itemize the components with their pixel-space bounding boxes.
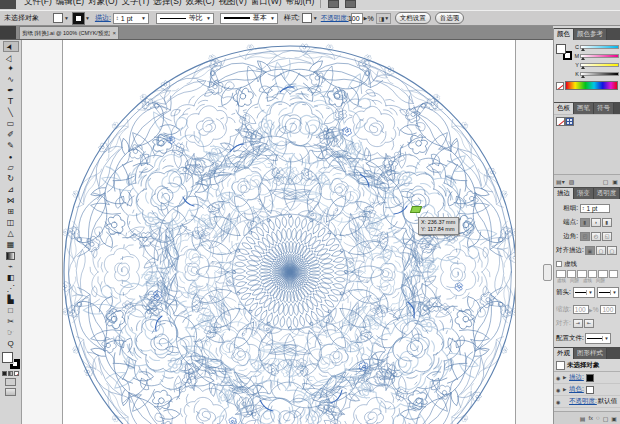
tab-stroke[interactable]: 描边 bbox=[554, 188, 574, 199]
magenta-slider[interactable] bbox=[580, 54, 619, 58]
delete-swatch-icon[interactable]: ▣ bbox=[612, 178, 618, 185]
appearance-opacity-row[interactable]: ◉ ▶ 不透明度: 默认值 bbox=[554, 396, 620, 408]
opacity-field[interactable]: 100 bbox=[351, 13, 363, 24]
symbol-sprayer-tool[interactable]: ⋰ bbox=[3, 283, 19, 294]
cyan-slider[interactable] bbox=[580, 45, 619, 49]
eraser-tool[interactable]: ▱ bbox=[3, 162, 19, 173]
yellow-slider[interactable] bbox=[580, 63, 619, 67]
canvas-area[interactable]: X: 236.37 mm Y: 117.84 mm bbox=[22, 40, 553, 424]
lasso-tool[interactable]: ∿ bbox=[3, 74, 19, 85]
gradient-mode-button[interactable] bbox=[8, 371, 13, 376]
align-inside-button[interactable]: ▢ bbox=[596, 246, 606, 255]
scale-tool[interactable]: ⊿ bbox=[3, 184, 19, 195]
artboard-tool[interactable]: □ bbox=[3, 305, 19, 316]
arrowhead-start-dropdown[interactable]: ▼ bbox=[573, 287, 595, 298]
preferences-button[interactable]: 首选项 bbox=[435, 12, 465, 24]
menu-file[interactable]: 文件(F) bbox=[24, 0, 52, 8]
clear-appearance-icon[interactable]: ◌ bbox=[596, 415, 600, 421]
dash-field-1[interactable] bbox=[556, 270, 566, 278]
fill-stroke-indicator[interactable] bbox=[2, 352, 20, 369]
tab-graphic-styles[interactable]: 图形样式 bbox=[574, 348, 607, 359]
pencil-tool[interactable]: ✎ bbox=[3, 140, 19, 151]
tab-color-guide[interactable]: 颜色参考 bbox=[574, 29, 607, 40]
width-tool[interactable]: ⋈ bbox=[3, 195, 19, 206]
selection-tool[interactable]: ➤ bbox=[3, 41, 19, 52]
miter-join-button[interactable]: ◰ bbox=[580, 232, 590, 241]
fill-visibility-eye-icon[interactable]: ◉ bbox=[556, 387, 563, 393]
line-segment-tool[interactable]: ╲ bbox=[3, 107, 19, 118]
swatch-libraries-icon[interactable]: ▤▾ bbox=[556, 178, 565, 185]
align-outside-button[interactable]: ▢ bbox=[607, 246, 617, 255]
none-color-swatch[interactable] bbox=[556, 82, 564, 90]
drawing-mode-button[interactable] bbox=[5, 378, 16, 386]
delete-item-icon[interactable]: ▣ bbox=[611, 415, 617, 422]
dashed-line-checkbox[interactable] bbox=[556, 261, 562, 267]
menu-type[interactable]: 文字(T) bbox=[121, 0, 149, 8]
align-center-button[interactable]: ▣ bbox=[585, 246, 595, 255]
hand-tool[interactable]: ☞ bbox=[3, 327, 19, 338]
mesh-tool[interactable]: ▦ bbox=[3, 239, 19, 250]
butt-cap-button[interactable]: ▮ bbox=[580, 218, 590, 227]
slice-tool[interactable]: ✂ bbox=[3, 316, 19, 327]
appearance-stroke-label[interactable]: 描边: bbox=[569, 373, 584, 382]
appearance-stroke-row[interactable]: ◉ ▶ 描边: bbox=[554, 372, 620, 384]
color-mode-button[interactable] bbox=[2, 371, 7, 376]
screen-mode-button[interactable] bbox=[5, 388, 16, 396]
appearance-fill-row[interactable]: ◉ ▶ 填色: bbox=[554, 384, 620, 396]
perspective-grid-tool[interactable]: △ bbox=[3, 228, 19, 239]
opacity-panel-link[interactable]: 不透明度: bbox=[321, 14, 349, 23]
new-effect-icon[interactable]: fx bbox=[588, 415, 593, 421]
stepper-arrows-icon[interactable]: ↕ bbox=[116, 15, 119, 21]
select-similar-dropdown[interactable]: ◨▼ bbox=[376, 13, 391, 24]
dash-field-3[interactable] bbox=[598, 270, 608, 278]
bevel-join-button[interactable]: ◱ bbox=[602, 232, 612, 241]
blend-tool[interactable]: ◧ bbox=[3, 272, 19, 283]
tab-appearance[interactable]: 外观 bbox=[554, 348, 574, 359]
opacity-visibility-eye-icon[interactable]: ◉ bbox=[556, 399, 563, 405]
menu-object[interactable]: 对象(O) bbox=[88, 0, 117, 8]
dock-collapse-grip[interactable] bbox=[543, 264, 552, 281]
document-tab[interactable]: 剪纸 [转换].ai @ 100% (CMYK/预览) × bbox=[19, 26, 119, 39]
menu-select[interactable]: 选择(S) bbox=[153, 0, 181, 8]
tab-transparency[interactable]: 透明度 bbox=[594, 188, 620, 199]
style-dropdown[interactable]: ▼ bbox=[302, 13, 318, 23]
appearance-stroke-swatch[interactable] bbox=[586, 374, 594, 382]
document-setup-button[interactable]: 文档设置 bbox=[395, 12, 431, 24]
swatch-pattern[interactable] bbox=[565, 117, 574, 126]
color-spectrum-bar[interactable] bbox=[565, 81, 618, 90]
tab-close-icon[interactable]: × bbox=[112, 30, 116, 36]
rectangle-tool[interactable]: ▭ bbox=[3, 118, 19, 129]
new-stroke-icon[interactable]: ▤ bbox=[580, 415, 586, 422]
menu-window[interactable]: 窗口(W) bbox=[251, 0, 282, 8]
stroke-panel-link[interactable]: 描边: bbox=[95, 13, 111, 23]
black-slider[interactable] bbox=[580, 72, 619, 76]
stroke-weight-field[interactable]: ↕1 pt▼ bbox=[113, 13, 149, 24]
weight-stepper-icon[interactable]: ↕ bbox=[582, 205, 585, 211]
width-profile-dropdown[interactable]: 等比▼ bbox=[156, 13, 214, 24]
profile-dropdown[interactable]: ▼ bbox=[585, 333, 611, 344]
weight-field[interactable]: ↕1 pt bbox=[580, 204, 610, 213]
type-tool[interactable]: T bbox=[3, 96, 19, 107]
arrow-align-tip-button[interactable]: ⇥ bbox=[573, 319, 583, 328]
swatch-none[interactable] bbox=[556, 117, 565, 126]
pen-tool[interactable]: ✒ bbox=[3, 85, 19, 96]
arrow-scale-field-1[interactable]: 100 bbox=[573, 305, 589, 314]
dash-field-2[interactable] bbox=[577, 270, 587, 278]
menu-view[interactable]: 视图(V) bbox=[219, 0, 247, 8]
direct-selection-tool[interactable]: ▷ bbox=[3, 52, 19, 63]
tab-symbols[interactable]: 符号 bbox=[594, 103, 614, 114]
blob-brush-tool[interactable]: ● bbox=[3, 151, 19, 162]
color-fill-stroke-indicator[interactable] bbox=[556, 44, 573, 60]
tab-color[interactable]: 颜色 bbox=[554, 29, 574, 40]
none-mode-button[interactable] bbox=[14, 371, 19, 376]
new-swatch-icon[interactable]: ▢ bbox=[603, 178, 609, 185]
duplicate-item-icon[interactable]: ▢ bbox=[603, 415, 609, 422]
tab-brushes[interactable]: 画笔 bbox=[574, 103, 594, 114]
arrow-scale-field-2[interactable]: 100 bbox=[600, 305, 616, 314]
gap-field-2[interactable] bbox=[588, 270, 598, 278]
column-graph-tool[interactable]: ▙ bbox=[3, 294, 19, 305]
appearance-opacity-label[interactable]: 不透明度: bbox=[569, 397, 597, 406]
tab-gradient[interactable]: 渐变 bbox=[574, 188, 594, 199]
fill-color-well[interactable] bbox=[2, 352, 13, 363]
menu-help[interactable]: 帮助(H) bbox=[286, 0, 315, 8]
